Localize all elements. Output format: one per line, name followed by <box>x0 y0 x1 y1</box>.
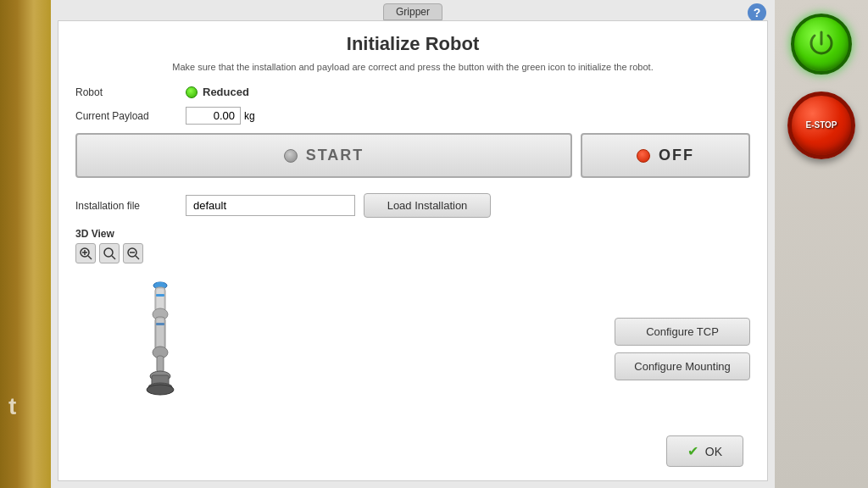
payload-label: Current Payload <box>75 110 186 122</box>
zoom-reset-icon <box>103 247 116 260</box>
start-dot-icon <box>284 149 298 163</box>
power-button[interactable] <box>791 14 852 75</box>
ok-check-icon: ✔ <box>687 443 698 459</box>
installation-input[interactable] <box>186 195 355 216</box>
decorative-letter: t <box>8 393 16 420</box>
help-icon[interactable]: ? <box>748 3 766 22</box>
right-panel: E-STOP <box>775 0 868 488</box>
ok-button[interactable]: ✔ OK <box>666 435 743 467</box>
svg-line-7 <box>136 256 139 259</box>
estop-button[interactable]: E-STOP <box>787 92 855 159</box>
top-bar: Gripper ? <box>51 0 775 20</box>
zoom-controls <box>75 243 606 263</box>
robot-3d-view <box>101 270 220 406</box>
bottom-section: 3D View <box>75 228 750 406</box>
configure-mounting-button[interactable]: Configure Mounting <box>615 352 750 380</box>
off-label: OFF <box>659 147 694 164</box>
power-icon <box>806 29 837 59</box>
ok-row: ✔ OK <box>666 435 743 467</box>
left-decorative-strip: t <box>0 0 51 488</box>
payload-row: Current Payload kg <box>75 107 750 125</box>
page-title: Initialize Robot <box>75 33 750 55</box>
robot-status-row: Robot Reduced <box>75 86 750 98</box>
payload-input[interactable] <box>186 107 241 125</box>
payload-unit: kg <box>244 110 255 122</box>
off-dot-icon <box>637 149 650 163</box>
start-button[interactable]: START <box>75 133 572 178</box>
svg-rect-12 <box>157 289 164 311</box>
installation-label: Installation file <box>75 200 177 212</box>
svg-rect-17 <box>157 356 164 373</box>
load-installation-button[interactable]: Load Installation <box>364 193 491 218</box>
installation-row: Installation file Load Installation <box>75 193 750 218</box>
content-area: Initialize Robot Make sure that the inst… <box>58 20 768 481</box>
off-button[interactable]: OFF <box>581 133 750 178</box>
svg-line-1 <box>88 256 92 259</box>
svg-point-4 <box>104 248 113 257</box>
right-buttons: Configure TCP Configure Mounting <box>615 228 750 406</box>
ok-label: OK <box>705 445 722 458</box>
svg-rect-22 <box>156 294 164 297</box>
zoom-in-button[interactable] <box>75 243 96 263</box>
svg-rect-23 <box>156 323 164 325</box>
robot-status: Reduced <box>186 86 249 98</box>
zoom-in-icon <box>79 247 92 260</box>
status-dot-green <box>186 86 198 98</box>
zoom-out-icon <box>126 247 140 260</box>
3d-view-section: 3D View <box>75 228 606 406</box>
start-label: START <box>306 147 364 164</box>
main-panel: Gripper ? Initialize Robot Make sure tha… <box>51 0 775 488</box>
configure-tcp-button[interactable]: Configure TCP <box>615 318 750 346</box>
robot-status-text: Reduced <box>203 86 249 98</box>
zoom-reset-button[interactable] <box>99 243 120 263</box>
svg-rect-10 <box>157 282 164 287</box>
gripper-tab[interactable]: Gripper <box>383 3 442 20</box>
estop-label: E-STOP <box>805 120 837 130</box>
svg-line-5 <box>112 256 115 259</box>
robot-label: Robot <box>75 86 186 98</box>
subtitle-text: Make sure that the installation and payl… <box>75 62 750 72</box>
action-row: START OFF <box>75 133 750 178</box>
robot-illustration <box>131 270 190 406</box>
3d-view-label: 3D View <box>75 228 606 240</box>
zoom-out-button[interactable] <box>123 243 143 263</box>
svg-point-21 <box>147 385 174 395</box>
